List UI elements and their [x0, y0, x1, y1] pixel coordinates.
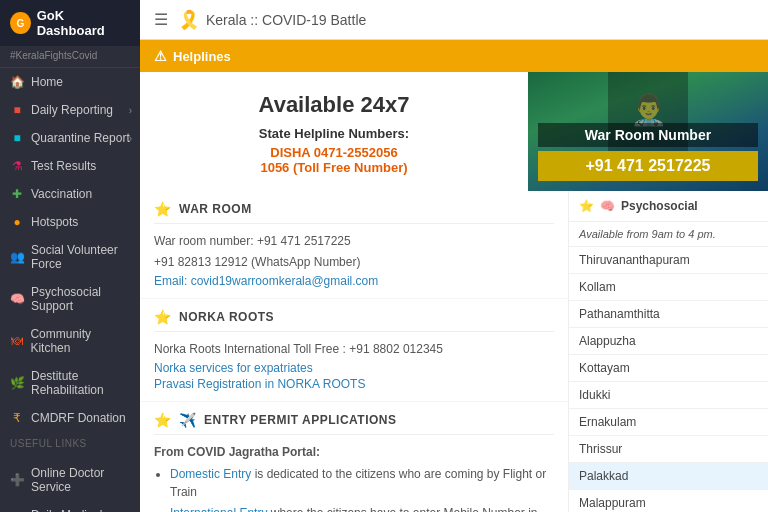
district-kottayam[interactable]: Kottayam [569, 355, 768, 382]
chevron-right-icon: › [129, 105, 132, 116]
sidebar-item-label: Destitute Rehabilitation [31, 369, 130, 397]
hotspot-icon: ● [10, 215, 24, 229]
home-icon: 🏠 [10, 75, 24, 89]
war-room-card: ⭐ WAR ROOM War room number: +91 471 2517… [140, 191, 568, 298]
hero-left: Available 24x7 State Helpline Numbers: D… [140, 72, 528, 191]
sidebar-hashtag: #KeralaFightsCovid [0, 46, 140, 68]
flag-icon: 🎗️ [178, 9, 200, 31]
sidebar-item-label: Online Doctor Service [31, 466, 130, 494]
cards-main: ⭐ WAR ROOM War room number: +91 471 2517… [140, 191, 568, 512]
sidebar-item-cmdrf[interactable]: ₹ CMDRF Donation [0, 404, 140, 432]
section-header-title: Helplines [173, 49, 231, 64]
psychosocial-icon: 🧠 [10, 292, 24, 306]
psychosocial-panel-header: ⭐ 🧠 Psychosocial [569, 191, 768, 222]
sidebar-item-label: CMDRF Donation [31, 411, 126, 425]
war-room-title-text: WAR ROOM [179, 202, 252, 216]
sidebar-item-label: Social Volunteer Force [31, 243, 130, 271]
sidebar-item-label: Hotspots [31, 215, 78, 229]
district-thrissur[interactable]: Thrissur [569, 436, 768, 463]
sidebar-item-hotspots[interactable]: ● Hotspots [0, 208, 140, 236]
war-room-title: War Room Number [538, 123, 758, 147]
norka-card-header: ⭐ NORKA ROOTS [154, 309, 554, 332]
international-entry-link[interactable]: International Entry [170, 506, 267, 512]
domestic-entry-link[interactable]: Domestic Entry [170, 467, 251, 481]
district-alappuzha[interactable]: Alappuzha [569, 328, 768, 355]
main-content: ☰ 🎗️ Kerala :: COVID-19 Battle ⚠ Helplin… [140, 0, 768, 512]
sidebar: G GoK Dashboard #KeralaFightsCovid 🏠 Hom… [0, 0, 140, 512]
useful-links-label: Useful Links [0, 432, 140, 451]
war-room-email-link[interactable]: Email: covid19warroomkerala@gmail.com [154, 274, 554, 288]
star-icon: ⭐ [154, 201, 171, 217]
norka-pravasi-link[interactable]: Pravasi Registration in NORKA ROOTS [154, 377, 554, 391]
vaccination-icon: ✚ [10, 187, 24, 201]
psychosocial-panel: ⭐ 🧠 Psychosocial Available from 9am to 4… [568, 191, 768, 512]
kitchen-icon: 🍽 [10, 334, 23, 348]
donation-icon: ₹ [10, 411, 24, 425]
sidebar-item-home[interactable]: 🏠 Home [0, 68, 140, 96]
sidebar-item-social-volunteer[interactable]: 👥 Social Volunteer Force [0, 236, 140, 278]
sidebar-item-vaccination[interactable]: ✚ Vaccination [0, 180, 140, 208]
sidebar-item-label: Daily Medical Bulletin [31, 508, 130, 512]
sidebar-item-psychosocial[interactable]: 🧠 Psychosocial Support [0, 278, 140, 320]
sidebar-item-label: Test Results [31, 159, 96, 173]
entry-sub-header: From COVID Jagratha Portal: [154, 443, 554, 461]
war-room-line1: War room number: +91 471 2517225 [154, 232, 554, 250]
sidebar-item-label: Quarantine Report [31, 131, 130, 145]
entry-permit-title: Entry Permit Applications [204, 413, 397, 427]
star-icon-panel: ⭐ [579, 199, 594, 213]
district-kollam[interactable]: Kollam [569, 274, 768, 301]
page-title-text: Kerala :: COVID-19 Battle [206, 12, 366, 28]
warning-icon: ⚠ [154, 48, 167, 64]
logo-icon: G [10, 12, 31, 34]
district-malappuram[interactable]: Malappuram [569, 490, 768, 512]
star-icon-3: ⭐ [154, 412, 171, 428]
state-helpline-label: State Helpline Numbers: [259, 126, 409, 141]
sidebar-item-daily-reporting[interactable]: ■ Daily Reporting › [0, 96, 140, 124]
international-entry-item: International Entry where the citizens h… [170, 504, 554, 512]
district-idukki[interactable]: Idukki [569, 382, 768, 409]
content-area: ⚠ Helplines Available 24x7 State Helplin… [140, 40, 768, 512]
sidebar-header: G GoK Dashboard [0, 0, 140, 46]
norka-services-link[interactable]: Norka services for expatriates [154, 361, 554, 375]
district-ernakulam[interactable]: Ernakulam [569, 409, 768, 436]
chart-icon: ■ [10, 103, 24, 117]
helplines-section-header: ⚠ Helplines [140, 40, 768, 72]
plane-icon: ✈️ [179, 412, 196, 428]
cards-area: ⭐ WAR ROOM War room number: +91 471 2517… [140, 191, 768, 512]
district-palakkad[interactable]: Palakkad [569, 463, 768, 490]
sidebar-item-destitute[interactable]: 🌿 Destitute Rehabilitation [0, 362, 140, 404]
entry-permit-card: ⭐ ✈️ Entry Permit Applications From COVI… [140, 402, 568, 512]
sidebar-item-medical-bulletin[interactable]: 📋 Daily Medical Bulletin [0, 501, 140, 512]
entry-card-title-area: ✈️ Entry Permit Applications [179, 412, 397, 428]
topbar: ☰ 🎗️ Kerala :: COVID-19 Battle [140, 0, 768, 40]
disha-number: DISHA 0471-2552056 [270, 145, 397, 160]
sidebar-item-online-doctor[interactable]: ➕ Online Doctor Service [0, 459, 140, 501]
hero-right: 👨‍⚕️ War Room Number +91 471 2517225 [528, 72, 768, 191]
chevron-right-icon: › [129, 133, 132, 144]
war-room-card-header: ⭐ WAR ROOM [154, 201, 554, 224]
district-thiruvananthapuram[interactable]: Thiruvananthapuram [569, 247, 768, 274]
destitute-icon: 🌿 [10, 376, 24, 390]
sidebar-item-label: Community Kitchen [30, 327, 130, 355]
sidebar-title: GoK Dashboard [37, 8, 130, 38]
sidebar-item-quarantine[interactable]: ■ Quarantine Report › [0, 124, 140, 152]
volunteer-icon: 👥 [10, 250, 24, 264]
psychosocial-panel-title: Psychosocial [621, 199, 698, 213]
page-title: 🎗️ Kerala :: COVID-19 Battle [178, 9, 366, 31]
norka-roots-card: ⭐ NORKA ROOTS Norka Roots International … [140, 299, 568, 401]
hamburger-icon[interactable]: ☰ [154, 10, 168, 29]
war-room-box: War Room Number +91 471 2517225 [528, 113, 768, 191]
norka-line1: Norka Roots International Toll Free : +9… [154, 340, 554, 358]
sidebar-item-label: Home [31, 75, 63, 89]
sidebar-item-community-kitchen[interactable]: 🍽 Community Kitchen [0, 320, 140, 362]
entry-permit-list: Domestic Entry is dedicated to the citiz… [154, 465, 554, 512]
sidebar-item-label: Daily Reporting [31, 103, 113, 117]
district-pathanamthitta[interactable]: Pathanamthitta [569, 301, 768, 328]
toll-free-number: 1056 (Toll Free Number) [260, 160, 407, 175]
sidebar-item-label: Vaccination [31, 187, 92, 201]
sidebar-item-test-results[interactable]: ⚗ Test Results [0, 152, 140, 180]
hero-banner: Available 24x7 State Helpline Numbers: D… [140, 72, 768, 191]
psychosocial-availability: Available from 9am to 4 pm. [569, 222, 768, 247]
panel-icon-symbol: 🧠 [600, 199, 615, 213]
available-24x7: Available 24x7 [259, 92, 410, 118]
